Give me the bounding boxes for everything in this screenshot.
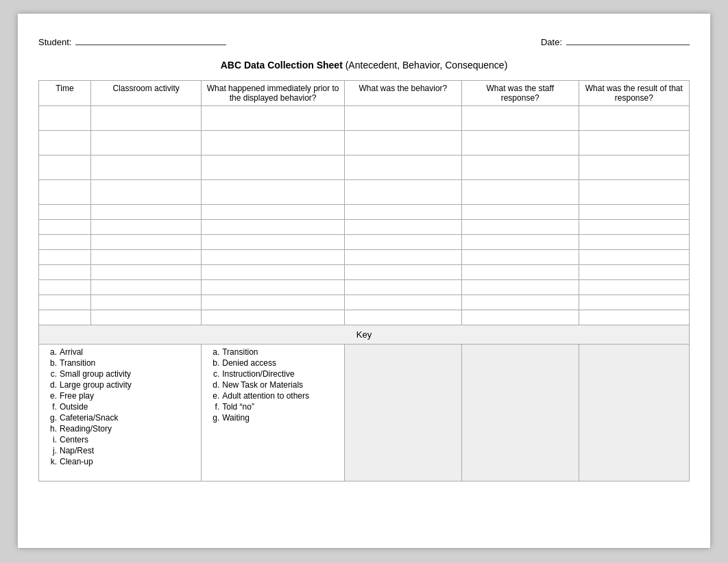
cell-staff[interactable] — [461, 205, 579, 220]
cell-time[interactable] — [39, 131, 91, 155]
cell-prior[interactable] — [202, 295, 345, 310]
cell-staff[interactable] — [461, 155, 579, 180]
cell-activity[interactable] — [90, 250, 201, 265]
cell-behavior[interactable] — [345, 180, 462, 205]
cell-result[interactable] — [579, 280, 689, 295]
cell-behavior[interactable] — [345, 265, 462, 280]
table-row — [39, 180, 690, 205]
cell-staff[interactable] — [461, 280, 579, 295]
cell-prior[interactable] — [202, 265, 345, 280]
cell-behavior[interactable] — [345, 310, 462, 325]
table-row — [39, 295, 690, 310]
student-underline[interactable] — [75, 34, 226, 45]
cell-result[interactable] — [579, 155, 689, 180]
cell-activity[interactable] — [90, 235, 201, 250]
cell-prior[interactable] — [202, 131, 345, 155]
cell-prior[interactable] — [202, 310, 345, 325]
cell-time[interactable] — [39, 155, 91, 180]
list-item: d.Large group activity — [45, 380, 195, 390]
cell-prior[interactable] — [202, 235, 345, 250]
cell-activity[interactable] — [90, 310, 201, 325]
title-row: ABC Data Collection Sheet (Antecedent, B… — [38, 60, 690, 71]
cell-staff[interactable] — [461, 131, 579, 155]
table-row — [39, 205, 690, 220]
cell-activity[interactable] — [90, 205, 201, 220]
cell-time[interactable] — [39, 280, 91, 295]
cell-behavior[interactable] — [345, 295, 462, 310]
cell-prior[interactable] — [202, 250, 345, 265]
cell-result[interactable] — [579, 235, 689, 250]
cell-behavior[interactable] — [345, 235, 462, 250]
cell-behavior[interactable] — [345, 220, 462, 235]
cell-behavior[interactable] — [345, 205, 462, 220]
list-item: g.Cafeteria/Snack — [45, 413, 195, 423]
cell-time[interactable] — [39, 250, 91, 265]
date-underline[interactable] — [566, 34, 690, 45]
cell-time[interactable] — [39, 235, 91, 250]
cell-activity[interactable] — [90, 280, 201, 295]
cell-staff[interactable] — [461, 310, 579, 325]
cell-prior[interactable] — [202, 280, 345, 295]
cell-staff[interactable] — [461, 220, 579, 235]
cell-prior[interactable] — [202, 205, 345, 220]
student-label: Student: — [38, 37, 71, 47]
cell-result[interactable] — [579, 310, 689, 325]
cell-behavior[interactable] — [345, 106, 462, 131]
cell-staff[interactable] — [461, 235, 579, 250]
cell-staff[interactable] — [461, 295, 579, 310]
col-time-header: Time — [39, 81, 91, 106]
cell-result[interactable] — [579, 220, 689, 235]
cell-time[interactable] — [39, 106, 91, 131]
cell-time[interactable] — [39, 180, 91, 205]
cell-result[interactable] — [579, 131, 689, 155]
list-item: k.Clean-up — [45, 457, 195, 466]
key-col2: a.Transition b.Denied access c.Instructi… — [202, 345, 345, 481]
cell-result[interactable] — [579, 265, 689, 280]
cell-time[interactable] — [39, 265, 91, 280]
cell-time[interactable] — [39, 205, 91, 220]
cell-result[interactable] — [579, 180, 689, 205]
cell-result[interactable] — [579, 250, 689, 265]
key-antecedent-list: a.Transition b.Denied access c.Instructi… — [207, 347, 339, 423]
cell-behavior[interactable] — [345, 250, 462, 265]
cell-result[interactable] — [579, 106, 689, 131]
cell-activity[interactable] — [90, 220, 201, 235]
header-fields: Student: Date: — [38, 34, 690, 47]
cell-prior[interactable] — [202, 155, 345, 180]
cell-activity[interactable] — [90, 265, 201, 280]
cell-time[interactable] — [39, 220, 91, 235]
cell-activity[interactable] — [90, 131, 201, 155]
cell-prior[interactable] — [202, 106, 345, 131]
key-body-row: a.Arrival b.Transition c.Small group act… — [39, 345, 690, 481]
list-item: f.Told “no” — [207, 402, 339, 412]
table-row — [39, 131, 690, 155]
cell-behavior[interactable] — [345, 280, 462, 295]
list-item: g.Waiting — [207, 413, 339, 423]
cell-prior[interactable] — [202, 220, 345, 235]
cell-time[interactable] — [39, 295, 91, 310]
key-label: Key — [39, 325, 690, 345]
cell-result[interactable] — [579, 205, 689, 220]
cell-activity[interactable] — [90, 155, 201, 180]
cell-prior[interactable] — [202, 180, 345, 205]
main-table: Time Classroom activity What happened im… — [38, 80, 690, 481]
cell-staff[interactable] — [461, 106, 579, 131]
cell-staff[interactable] — [461, 265, 579, 280]
cell-behavior[interactable] — [345, 155, 462, 180]
table-row — [39, 235, 690, 250]
date-label: Date: — [541, 37, 562, 47]
cell-behavior[interactable] — [345, 131, 462, 155]
key-col3 — [345, 345, 462, 481]
list-item: e.Free play — [45, 391, 195, 401]
cell-staff[interactable] — [461, 180, 579, 205]
cell-staff[interactable] — [461, 250, 579, 265]
date-field: Date: — [541, 34, 690, 47]
table-row — [39, 310, 690, 325]
cell-activity[interactable] — [90, 180, 201, 205]
cell-result[interactable] — [579, 295, 689, 310]
list-item: a.Transition — [207, 347, 339, 357]
cell-activity[interactable] — [90, 295, 201, 310]
cell-activity[interactable] — [90, 106, 201, 131]
col-result-header: What was the result of that response? — [579, 81, 689, 106]
cell-time[interactable] — [39, 310, 91, 325]
